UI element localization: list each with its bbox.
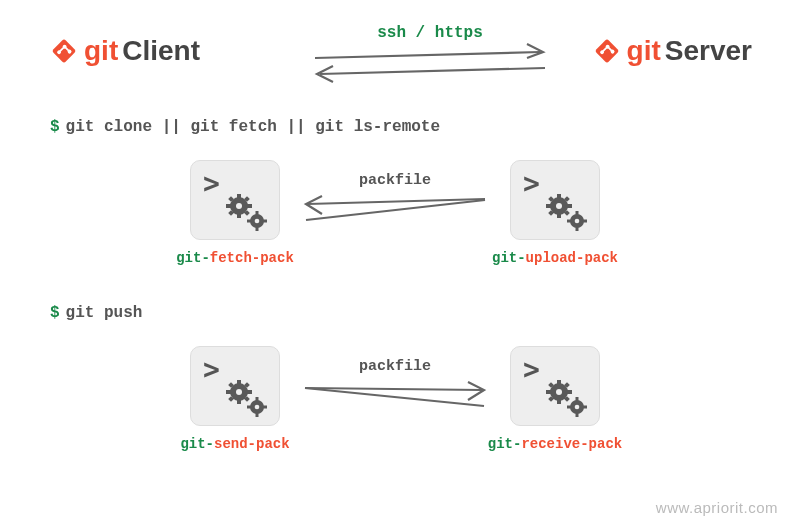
svg-point-11 xyxy=(236,203,242,209)
svg-rect-32 xyxy=(546,204,551,208)
svg-rect-47 xyxy=(237,399,241,404)
svg-rect-24 xyxy=(247,220,251,223)
chevron-icon: > xyxy=(523,353,540,386)
fetch-arrow: packfile xyxy=(300,174,490,234)
svg-rect-76 xyxy=(567,406,571,409)
svg-point-73 xyxy=(575,405,580,410)
svg-rect-40 xyxy=(576,211,579,215)
svg-line-5 xyxy=(320,68,545,74)
svg-rect-30 xyxy=(557,194,561,199)
svg-point-45 xyxy=(236,389,242,395)
push-arrow: packfile xyxy=(300,360,490,420)
header: git Client ssh / https git Server xyxy=(50,30,752,90)
svg-rect-33 xyxy=(567,204,572,208)
git-word: git xyxy=(627,35,661,67)
chevron-icon: > xyxy=(203,167,220,200)
gears-icon xyxy=(225,379,269,417)
gears-icon xyxy=(545,379,589,417)
svg-line-4 xyxy=(315,52,540,58)
svg-rect-0 xyxy=(52,39,77,64)
svg-rect-15 xyxy=(247,204,252,208)
svg-rect-22 xyxy=(256,211,259,215)
svg-rect-41 xyxy=(576,227,579,231)
fetch-row: > git-fetch-pack packfile > git-upload-p… xyxy=(0,160,802,280)
svg-rect-12 xyxy=(237,194,241,199)
svg-rect-75 xyxy=(576,413,579,417)
chevron-icon: > xyxy=(203,353,220,386)
svg-point-63 xyxy=(556,389,562,395)
client-role: Client xyxy=(122,35,200,67)
protocol-label: ssh / https xyxy=(315,24,545,42)
svg-rect-43 xyxy=(583,220,587,223)
svg-rect-23 xyxy=(256,227,259,231)
svg-point-21 xyxy=(255,219,260,224)
svg-rect-48 xyxy=(226,390,231,394)
svg-rect-67 xyxy=(567,390,572,394)
upload-pack-label: git-upload-pack xyxy=(465,250,645,266)
fetch-command-text: git clone || git fetch || git ls-remote xyxy=(66,118,440,136)
watermark: www.apriorit.com xyxy=(656,499,778,516)
svg-rect-56 xyxy=(256,397,259,401)
svg-rect-64 xyxy=(557,380,561,385)
svg-rect-74 xyxy=(576,397,579,401)
prompt-symbol: $ xyxy=(50,304,60,322)
svg-rect-13 xyxy=(237,213,241,218)
upload-pack-box: > xyxy=(510,160,600,240)
send-pack-box: > xyxy=(190,346,280,426)
svg-rect-59 xyxy=(263,406,267,409)
gears-icon xyxy=(545,193,589,231)
server-brand: git Server xyxy=(593,35,752,67)
prompt-symbol: $ xyxy=(50,118,60,136)
svg-point-55 xyxy=(255,405,260,410)
svg-rect-42 xyxy=(567,220,571,223)
svg-rect-58 xyxy=(247,406,251,409)
push-command-text: git push xyxy=(66,304,143,322)
svg-rect-77 xyxy=(583,406,587,409)
git-logo-icon xyxy=(50,37,78,65)
push-row: > git-send-pack packfile > git-receive-p… xyxy=(0,346,802,466)
svg-rect-49 xyxy=(247,390,252,394)
client-brand: git Client xyxy=(50,35,200,67)
fetch-pack-label: git-fetch-pack xyxy=(145,250,325,266)
svg-rect-25 xyxy=(263,220,267,223)
send-pack-label: git-send-pack xyxy=(145,436,325,452)
svg-rect-6 xyxy=(594,39,619,64)
svg-rect-65 xyxy=(557,399,561,404)
packfile-label: packfile xyxy=(300,358,490,375)
fetch-command: $git clone || git fetch || git ls-remote xyxy=(50,118,440,136)
server-role: Server xyxy=(665,35,752,67)
receive-pack-label: git-receive-pack xyxy=(465,436,645,452)
protocol-arrows: ssh / https xyxy=(315,40,545,90)
svg-rect-66 xyxy=(546,390,551,394)
chevron-icon: > xyxy=(523,167,540,200)
svg-rect-31 xyxy=(557,213,561,218)
svg-rect-57 xyxy=(256,413,259,417)
git-word: git xyxy=(84,35,118,67)
svg-point-29 xyxy=(556,203,562,209)
svg-rect-46 xyxy=(237,380,241,385)
push-command: $git push xyxy=(50,304,142,322)
svg-rect-14 xyxy=(226,204,231,208)
packfile-label: packfile xyxy=(300,172,490,189)
gears-icon xyxy=(225,193,269,231)
receive-pack-box: > xyxy=(510,346,600,426)
git-logo-icon xyxy=(593,37,621,65)
svg-point-39 xyxy=(575,219,580,224)
fetch-pack-box: > xyxy=(190,160,280,240)
